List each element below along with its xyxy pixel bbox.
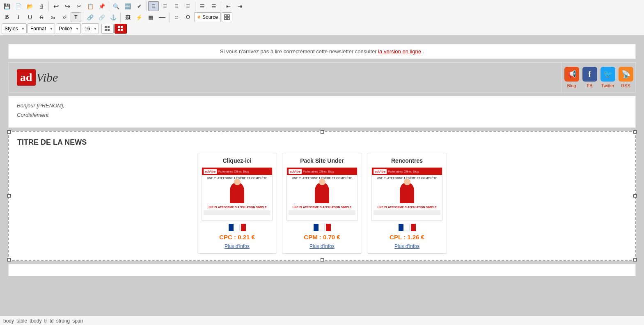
card-1-link[interactable]: Plus d'infos — [225, 243, 250, 249]
card-1-flag — [202, 224, 273, 231]
redo-button[interactable]: ↪ — [62, 1, 73, 11]
card-1: Cliquez-ici adVibe Partenaires Offres Bl… — [197, 153, 277, 254]
svg-rect-6 — [105, 29, 107, 31]
bold-button[interactable]: B — [2, 12, 12, 22]
resize-handle-bl[interactable] — [7, 258, 11, 261]
separator-5 — [221, 1, 221, 11]
card-3-link[interactable]: Plus d'infos — [394, 243, 419, 249]
flash-button[interactable]: ⚡ — [134, 12, 144, 22]
find-button[interactable]: 🔍 — [111, 1, 121, 11]
status-span[interactable]: span — [72, 318, 83, 324]
superscript-button[interactable]: x² — [59, 12, 70, 22]
unordered-list-button[interactable]: ☰ — [209, 1, 219, 11]
unlink-button[interactable]: 🔗 — [96, 12, 107, 22]
card-1-image: adVibe Partenaires Offres Blog UNE PLATE… — [202, 167, 273, 220]
paste-button[interactable]: 📌 — [96, 1, 107, 11]
svg-rect-1 — [227, 15, 229, 17]
size-select-wrap[interactable]: 16 — [82, 23, 99, 34]
smiley-button[interactable]: ☺ — [171, 12, 182, 22]
styles-select[interactable]: Styles — [2, 23, 27, 34]
font-select-wrap[interactable]: Police — [56, 23, 81, 34]
resize-handle-ml[interactable] — [7, 194, 11, 198]
ordered-list-button[interactable]: ☰ — [197, 1, 208, 11]
find-replace-button[interactable]: 🔤 — [122, 1, 133, 11]
maximize-button[interactable] — [222, 12, 232, 22]
status-table[interactable]: table — [16, 318, 27, 324]
resize-handle-tc[interactable] — [321, 130, 324, 134]
svg-rect-10 — [118, 29, 120, 31]
status-tr[interactable]: tr — [44, 318, 47, 324]
social-rss-link[interactable]: 📡 RSS — [619, 67, 633, 88]
outdent-button[interactable]: ⇤ — [223, 1, 234, 11]
source-button[interactable]: ✵ Source — [194, 12, 221, 22]
card-img-header-1: adVibe Partenaires Offres Blog — [202, 168, 272, 175]
size-select[interactable]: 16 — [82, 23, 99, 34]
resize-handle-br[interactable] — [633, 258, 637, 261]
svg-rect-0 — [225, 15, 227, 17]
special-char-button[interactable]: Ω — [183, 12, 193, 22]
toolbar: 💾 📄 📂 🖨 ↩ ↪ ✂ 📋 📌 🔍 🔤 ✔ ≡ ≡ ≡ ≡ ☰ ☰ ⇤ ⇥ … — [0, 0, 644, 36]
editor-wrapper: Si vous n'arrivez pas à lire correctemen… — [0, 36, 644, 316]
resize-handle-mr[interactable] — [633, 194, 637, 198]
notice-bar: Si vous n'arrivez pas à lire correctemen… — [8, 44, 636, 59]
card-2-link[interactable]: Plus d'infos — [309, 243, 335, 249]
align-justify-button[interactable]: ≡ — [183, 1, 193, 11]
save-button[interactable]: 💾 — [2, 1, 12, 11]
strikethrough-button[interactable]: S — [36, 12, 47, 22]
social-twitter-link[interactable]: 🐦 Twitter — [600, 67, 615, 88]
status-tbody[interactable]: tbody — [30, 318, 41, 324]
card-img-body-3: UNE PLATEFORME LÉGÈRE ET COMPLÈTE UNE PL… — [372, 175, 442, 220]
font-select[interactable]: Police — [56, 23, 81, 34]
status-td[interactable]: td — [50, 318, 54, 324]
new-button[interactable]: 📄 — [13, 1, 24, 11]
notice-link[interactable]: la version en ligne — [378, 48, 421, 55]
social-fb-link[interactable]: f FB — [582, 67, 597, 88]
paste-text-button[interactable]: T — [71, 12, 81, 22]
status-bar: body table tbody tr td strong span — [0, 316, 644, 325]
print-button[interactable]: 🖨 — [36, 1, 47, 11]
format-select-wrap[interactable]: Format — [28, 23, 55, 34]
align-right-button[interactable]: ≡ — [171, 1, 182, 11]
status-body[interactable]: body — [3, 318, 14, 324]
greeting-line1: Bonjour [PRENOM], — [17, 102, 627, 109]
styles-select-wrap[interactable]: Styles — [2, 23, 27, 34]
resize-handle-tl[interactable] — [7, 130, 11, 134]
svg-rect-8 — [118, 26, 120, 28]
align-center-button[interactable]: ≡ — [160, 1, 170, 11]
resize-handle-tr[interactable] — [633, 130, 637, 134]
link-button[interactable]: 🔗 — [85, 12, 96, 22]
resize-handle-bc[interactable] — [321, 258, 324, 261]
underline-button[interactable]: U — [25, 12, 35, 22]
anchor-button[interactable]: ⚓ — [108, 12, 119, 22]
grid-view-button[interactable] — [101, 24, 114, 34]
image-button[interactable]: 🖼 — [122, 12, 133, 22]
editor-main[interactable]: Si vous n'arrivez pas à lire correctemen… — [0, 36, 644, 316]
card-img-header-3: adVibe Partenaires Offres Blog — [372, 168, 442, 175]
subscript-button[interactable]: x₂ — [48, 12, 58, 22]
platform-text-2: UNE PLATEFORME D'AFFILIATION SIMPLE — [292, 206, 351, 209]
logo-box: ad Vibe — [17, 69, 58, 86]
greeting-section: Bonjour [PRENOM], Cordialement. — [8, 96, 636, 128]
notice-text: Si vous n'arrivez pas à lire correctemen… — [220, 48, 378, 55]
copy-button[interactable]: 📋 — [85, 1, 96, 11]
logo-ad-text: ad — [20, 71, 32, 84]
undo-button[interactable]: ↩ — [50, 1, 61, 11]
rule-button[interactable]: — — [157, 12, 167, 22]
status-strong[interactable]: strong — [56, 318, 70, 324]
separator-8 — [169, 12, 170, 22]
table-button[interactable]: ▦ — [145, 12, 156, 22]
separator-7 — [120, 12, 121, 22]
card-2: Pack Site Under adVibe Partenaires Offre… — [282, 153, 362, 254]
indent-button[interactable]: ⇥ — [234, 1, 245, 11]
card-img-logo-1: adVibe — [204, 169, 217, 174]
card-3-price: CPL : 1.26 € — [371, 234, 442, 241]
align-left-button[interactable]: ≡ — [148, 1, 159, 11]
table-layout-button[interactable] — [115, 24, 127, 34]
open-file-button[interactable]: 📂 — [25, 1, 35, 11]
cut-button[interactable]: ✂ — [73, 1, 84, 11]
toolbar-row-2: B I U S x₂ x² T 🔗 🔗 ⚓ 🖼 ⚡ ▦ — ☺ Ω ✵ Sour… — [2, 12, 642, 22]
format-select[interactable]: Format — [28, 23, 55, 34]
spellcheck-button[interactable]: ✔ — [134, 1, 144, 11]
italic-button[interactable]: I — [13, 12, 24, 22]
social-blog-link[interactable]: 📢 Blog — [564, 67, 579, 88]
